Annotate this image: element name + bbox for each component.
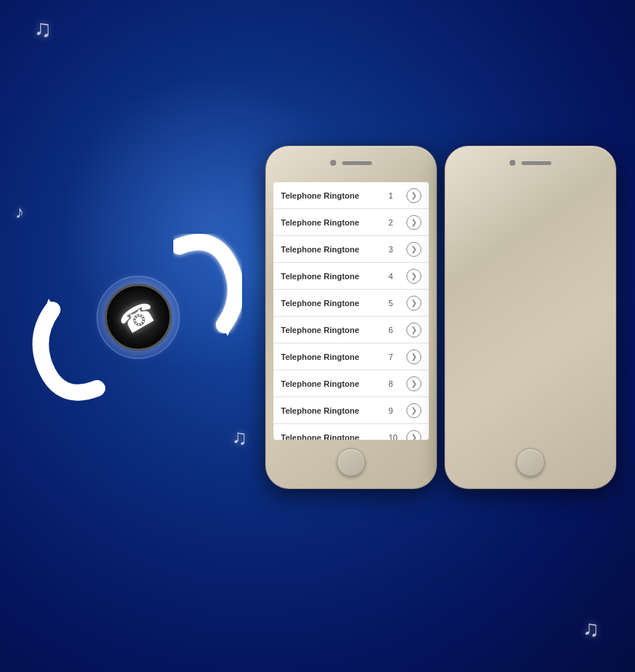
- ringtone-play-button[interactable]: ❯: [406, 323, 421, 337]
- phone-top-bar: [330, 160, 372, 166]
- ringtone-number: 9: [388, 406, 400, 415]
- ringtone-name: Telephone Ringtone: [281, 379, 388, 388]
- ringtone-number: 5: [388, 299, 400, 308]
- ringtone-item[interactable]: Telephone Ringtone 2 ❯: [273, 209, 429, 236]
- ringtone-item[interactable]: Telephone Ringtone 6 ❯: [273, 317, 429, 343]
- ringtone-item[interactable]: Telephone Ringtone 4 ❯: [273, 263, 429, 290]
- smartphone-2: ☎ ♫ ♪: [444, 146, 616, 489]
- ringtone-play-button[interactable]: ❯: [406, 430, 421, 441]
- ringtone-number: 4: [388, 272, 400, 281]
- ringtone-name: Telephone Ringtone: [281, 218, 388, 227]
- speaker-slot: [342, 161, 372, 165]
- smartphone-1: Telephone Ringtone 1 ❯ Telephone Rington…: [265, 146, 437, 489]
- ringtone-name: Telephone Ringtone: [281, 433, 388, 441]
- phone-handset-icon: ☎: [114, 293, 163, 342]
- music-note-icon: ♫: [34, 15, 52, 43]
- music-note-icon: ♪: [15, 202, 24, 223]
- ringtone-name: Telephone Ringtone: [281, 406, 388, 415]
- ringtone-play-button[interactable]: ❯: [406, 269, 421, 284]
- ringtone-item[interactable]: Telephone Ringtone 10 ❯: [273, 424, 429, 440]
- phone-top-bar-2: [509, 160, 551, 166]
- ringtone-play-button[interactable]: ❯: [406, 349, 421, 364]
- ringtone-item[interactable]: Telephone Ringtone 7 ❯: [273, 343, 429, 370]
- phone-icon-left: ☎: [30, 209, 247, 426]
- ringtone-name: Telephone Ringtone: [281, 272, 388, 281]
- speaker-slot-2: [521, 161, 551, 165]
- phones-container: Telephone Ringtone 1 ❯ Telephone Rington…: [265, 146, 437, 489]
- ringtone-name: Telephone Ringtone: [281, 191, 388, 200]
- ringtone-name: Telephone Ringtone: [281, 352, 388, 361]
- ringtone-name: Telephone Ringtone: [281, 299, 388, 308]
- ringtone-item[interactable]: Telephone Ringtone 1 ❯: [273, 182, 429, 209]
- ringtone-play-button[interactable]: ❯: [406, 296, 421, 311]
- camera-dot-2: [509, 160, 515, 166]
- home-button-1[interactable]: [337, 448, 365, 476]
- ringtone-list: Telephone Ringtone 1 ❯ Telephone Rington…: [273, 182, 429, 440]
- ringtone-play-button[interactable]: ❯: [406, 376, 421, 391]
- camera-dot: [330, 160, 336, 166]
- ringtone-item[interactable]: Telephone Ringtone 3 ❯: [273, 236, 429, 263]
- ringtone-number: 6: [388, 326, 400, 335]
- ringtone-item[interactable]: Telephone Ringtone 5 ❯: [273, 290, 429, 317]
- ringtone-name: Telephone Ringtone: [281, 245, 388, 254]
- ringtone-number: 8: [388, 379, 400, 388]
- ringtone-number: 1: [388, 191, 400, 200]
- ringtone-number: 2: [388, 218, 400, 227]
- phone-circle: ☎: [105, 284, 172, 351]
- ringtone-play-button[interactable]: ❯: [406, 215, 421, 230]
- ringtone-play-button[interactable]: ❯: [406, 403, 421, 418]
- ringtone-number: 7: [388, 352, 400, 361]
- ringtone-number: 3: [388, 245, 400, 254]
- phone-screen-1: Telephone Ringtone 1 ❯ Telephone Rington…: [273, 182, 429, 440]
- ringtone-name: Telephone Ringtone: [281, 326, 388, 335]
- ringtone-item[interactable]: Telephone Ringtone 8 ❯: [273, 370, 429, 397]
- ringtone-play-button[interactable]: ❯: [406, 188, 421, 203]
- home-button-2[interactable]: [516, 448, 545, 476]
- ringtone-item[interactable]: Telephone Ringtone 9 ❯: [273, 397, 429, 424]
- music-note-icon: ♫: [232, 426, 247, 449]
- music-note-icon: ♫: [583, 616, 600, 641]
- ringtone-play-button[interactable]: ❯: [406, 242, 421, 257]
- ringtone-number: 10: [388, 433, 400, 441]
